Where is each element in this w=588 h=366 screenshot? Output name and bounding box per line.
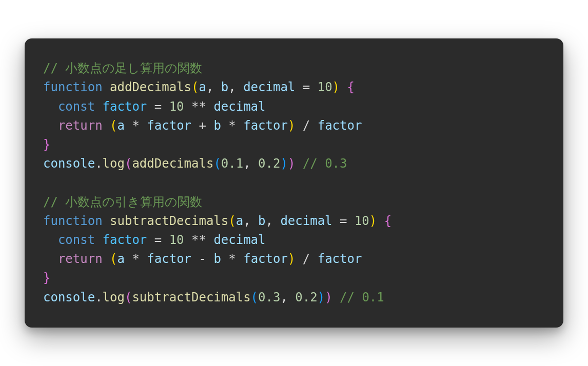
- code-panel: // 小数点の足し算用の関数function addDecimals(a, b,…: [25, 38, 563, 327]
- paren-close: ): [369, 214, 377, 228]
- var-factor: factor: [147, 252, 191, 266]
- plus-op: +: [191, 118, 213, 133]
- brace-close: }: [43, 271, 50, 285]
- number-arg: 0.2: [295, 290, 317, 304]
- equals: =: [295, 80, 317, 94]
- comma: ,: [206, 80, 221, 94]
- paren-close: ): [332, 80, 340, 94]
- param-b: b: [258, 214, 265, 228]
- code-line-3: const factor = 10 ** decimal: [43, 97, 545, 116]
- param-decimal: decimal: [243, 80, 295, 94]
- dot: .: [95, 156, 102, 171]
- code-line-13: console.log(subtractDecimals(0.3, 0.2)) …: [43, 288, 545, 307]
- var-factor: factor: [243, 252, 288, 266]
- paren-open: (: [251, 290, 258, 304]
- indent: [43, 252, 58, 266]
- function-name: subtractDecimals: [110, 214, 228, 228]
- code-block: // 小数点の足し算用の関数function addDecimals(a, b,…: [43, 59, 545, 307]
- paren-close: ): [288, 252, 295, 266]
- fn-call: subtractDecimals: [132, 290, 250, 304]
- number-arg: 0.3: [258, 290, 280, 304]
- equals: =: [147, 99, 169, 114]
- param-a: a: [236, 214, 243, 228]
- paren-open: (: [125, 156, 132, 171]
- code-line-7: [43, 173, 545, 192]
- fn-call: addDecimals: [132, 156, 213, 171]
- paren-close: ): [318, 290, 325, 304]
- indent: [43, 118, 58, 133]
- code-line-9: function subtractDecimals(a, b, decimal …: [43, 212, 545, 231]
- paren-close: ): [288, 118, 295, 133]
- space: [95, 233, 102, 247]
- comma: ,: [266, 214, 281, 228]
- keyword-function: function: [43, 80, 103, 94]
- var-b: b: [213, 252, 221, 266]
- console-object: console: [43, 156, 95, 171]
- equals: =: [332, 214, 355, 228]
- code-line-6: console.log(addDecimals(0.1, 0.2)) // 0.…: [43, 154, 545, 173]
- code-line-1: // 小数点の足し算用の関数: [43, 59, 545, 78]
- equals: =: [147, 233, 169, 247]
- var-a: a: [117, 118, 125, 133]
- log-method: log: [103, 156, 125, 171]
- var-factor: factor: [318, 118, 362, 133]
- paren-close: ): [288, 156, 295, 171]
- power-op: **: [184, 233, 214, 247]
- multiply-op: *: [125, 252, 147, 266]
- keyword-return: return: [58, 118, 103, 133]
- var-b: b: [213, 118, 221, 133]
- code-line-12: }: [43, 269, 545, 288]
- paren-open: (: [110, 118, 117, 133]
- indent: [43, 99, 58, 114]
- var-factor: factor: [103, 233, 147, 247]
- number-10: 10: [318, 80, 332, 94]
- comment: // 0.3: [303, 156, 347, 171]
- minus-op: -: [191, 252, 213, 266]
- brace-open: {: [340, 80, 355, 94]
- var-factor: factor: [318, 252, 362, 266]
- keyword-return: return: [58, 252, 103, 266]
- multiply-op: *: [221, 252, 243, 266]
- number-arg: 0.2: [258, 156, 280, 171]
- code-line-8: // 小数点の引き算用の関数: [43, 193, 545, 212]
- var-factor: factor: [103, 99, 147, 114]
- var-factor: factor: [147, 118, 191, 133]
- dot: .: [95, 290, 102, 304]
- comma: ,: [280, 290, 295, 304]
- divide-op: /: [295, 118, 317, 133]
- paren-open: (: [110, 252, 117, 266]
- paren-close: ): [325, 290, 332, 304]
- console-object: console: [43, 290, 95, 304]
- keyword-const: const: [58, 233, 95, 247]
- power-op: **: [184, 99, 214, 114]
- space: [95, 99, 102, 114]
- brace-close: }: [43, 137, 50, 152]
- space: [103, 118, 110, 133]
- code-line-2: function addDecimals(a, b, decimal = 10)…: [43, 78, 545, 97]
- code-line-5: }: [43, 135, 545, 154]
- paren-close: ): [280, 156, 287, 171]
- comment: // 小数点の足し算用の関数: [43, 61, 202, 75]
- keyword-const: const: [58, 99, 95, 114]
- number-10: 10: [355, 214, 369, 228]
- param-b: b: [221, 80, 228, 94]
- code-line-11: return (a * factor - b * factor) / facto…: [43, 250, 545, 269]
- brace-open: {: [377, 214, 391, 228]
- code-line-10: const factor = 10 ** decimal: [43, 231, 545, 250]
- comment: // 小数点の引き算用の関数: [43, 195, 202, 209]
- number-arg: 0.1: [221, 156, 243, 171]
- divide-op: /: [295, 252, 317, 266]
- space: [332, 290, 340, 304]
- comment: // 0.1: [340, 290, 384, 304]
- var-factor: factor: [243, 118, 288, 133]
- comma: ,: [228, 80, 243, 94]
- var-a: a: [117, 252, 125, 266]
- var-decimal: decimal: [213, 233, 265, 247]
- function-name: addDecimals: [110, 80, 191, 94]
- multiply-op: *: [221, 118, 243, 133]
- var-decimal: decimal: [213, 99, 265, 114]
- space: [103, 252, 110, 266]
- paren-open: (: [125, 290, 132, 304]
- code-line-4: return (a * factor + b * factor) / facto…: [43, 116, 545, 135]
- paren-open: (: [228, 214, 236, 228]
